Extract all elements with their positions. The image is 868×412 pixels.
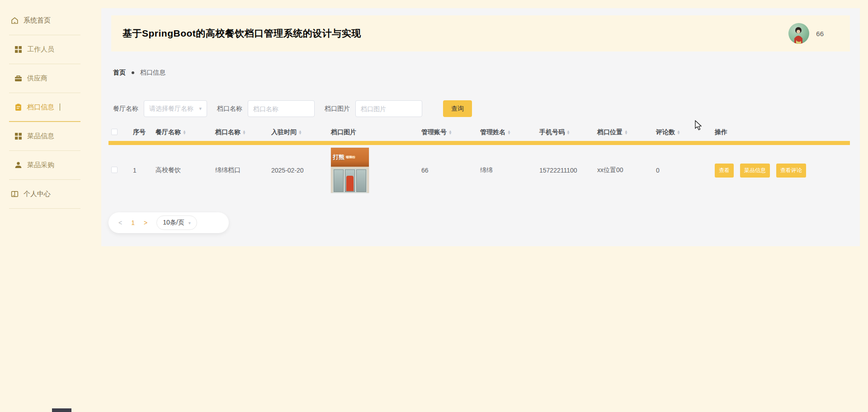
query-button[interactable]: 查询 [443, 100, 472, 117]
page-size-select[interactable]: 10条/页 ▾ [156, 215, 197, 230]
sort-icon[interactable]: ▲▼ [183, 130, 186, 135]
sidebar-item-label: 供应商 [27, 74, 47, 83]
storefront-sign-sub: 螺蛳粉 [346, 155, 355, 159]
col-restaurant: 餐厅名称 [156, 128, 181, 136]
table-header-accent-bar [108, 141, 850, 145]
panel-icon [11, 190, 19, 198]
page-title: 基于SpringBoot的高校餐饮档口管理系统的设计与实现 [111, 27, 361, 40]
breadcrumb-home[interactable]: 首页 [113, 69, 126, 77]
stall-image-label: 档口图片 [325, 105, 350, 113]
view-button[interactable]: 查看 [715, 164, 734, 178]
stall-name-input[interactable] [253, 105, 309, 112]
sidebar-item-label: 菜品采购 [27, 161, 54, 169]
sort-icon[interactable]: ▲▼ [448, 130, 452, 135]
table-header-row: 序号 餐厅名称▲▼ 档口名称▲▼ 入驻时间▲▼ 档口图片 管理账号▲▼ 管理姓名… [101, 126, 860, 139]
filter-bar: 餐厅名称 请选择餐厅名称 ▾ 档口名称 档口图片 查询 [113, 100, 472, 117]
sidebar-item-label: 菜品信息 [27, 132, 54, 140]
page-number[interactable]: 1 [131, 219, 135, 226]
sidebar-item-label: 工作人员 [27, 45, 54, 54]
view-comments-button[interactable]: 查看评论 [776, 164, 806, 178]
page-size-value: 10条/页 [163, 219, 184, 227]
stall-name-label: 档口名称 [217, 105, 242, 113]
prev-page-button[interactable]: < [118, 219, 122, 226]
col-image: 档口图片 [331, 128, 356, 136]
chevron-down-icon: ▾ [199, 106, 202, 112]
stall-image-input[interactable] [361, 105, 417, 112]
taskbar-remnant [52, 408, 71, 412]
text-cursor [60, 103, 60, 111]
table-row: 1 高校餐饮 绵绵档口 2025-02-20 打熊 螺蛳粉 66 绵绵 1572 [101, 145, 860, 196]
col-stall: 档口名称 [215, 128, 241, 136]
cell-manager: 绵绵 [480, 166, 539, 174]
sidebar-item-supplier[interactable]: 供应商 [9, 64, 80, 93]
cell-seq: 1 [133, 167, 156, 174]
cell-comments: 0 [656, 167, 715, 174]
col-manager: 管理姓名 [480, 128, 505, 136]
col-phone: 手机号码 [539, 128, 565, 136]
stall-image-field [355, 100, 422, 117]
restaurant-name-select-placeholder: 请选择餐厅名称 [149, 105, 193, 113]
breadcrumb-separator-dot [132, 71, 134, 74]
sidebar-item-label: 个人中心 [24, 190, 51, 198]
breadcrumb: 首页 档口信息 [113, 69, 165, 77]
cell-location: xx位置00 [597, 166, 656, 174]
col-location: 档口位置 [597, 128, 623, 136]
username: 66 [816, 30, 824, 37]
pagination: < 1 > 10条/页 ▾ [108, 212, 229, 233]
cell-date: 2025-02-20 [271, 167, 331, 174]
sort-icon[interactable]: ▲▼ [242, 130, 246, 135]
sidebar-item-label: 档口信息 [27, 103, 54, 112]
sidebar-item-staff[interactable]: 工作人员 [9, 35, 80, 64]
col-actions: 操作 [715, 128, 727, 136]
cell-account: 66 [421, 167, 480, 174]
stall-name-field [248, 100, 315, 117]
row-checkbox[interactable] [111, 167, 118, 173]
avatar[interactable] [788, 23, 809, 44]
home-icon [11, 17, 19, 24]
mouse-cursor [695, 120, 703, 131]
cell-restaurant: 高校餐饮 [156, 166, 215, 174]
sidebar-item-personal-center[interactable]: 个人中心 [9, 180, 80, 209]
restaurant-name-label: 餐厅名称 [113, 105, 138, 113]
briefcase-icon [14, 75, 22, 82]
clipboard-icon [14, 103, 22, 111]
user-icon [14, 161, 22, 169]
sort-icon[interactable]: ▲▼ [677, 130, 680, 135]
select-all-checkbox[interactable] [111, 129, 118, 135]
breadcrumb-current: 档口信息 [140, 69, 165, 77]
sort-icon[interactable]: ▲▼ [507, 130, 511, 135]
sidebar: 系统首页 工作人员 供应商 档口信息 菜品信息 菜品采购 个人中心 [0, 0, 89, 412]
sidebar-item-stall-info[interactable]: 档口信息 [9, 93, 80, 122]
grid-icon [14, 132, 22, 140]
storefront-sign-main: 打熊 [333, 153, 344, 161]
cell-phone: 15722211100 [539, 167, 597, 174]
chevron-down-icon: ▾ [189, 220, 191, 225]
col-seq: 序号 [133, 128, 146, 136]
user-box: 66 [788, 15, 824, 52]
next-page-button[interactable]: > [144, 219, 147, 226]
col-comments: 评论数 [656, 128, 675, 136]
grid-icon [14, 46, 22, 53]
sidebar-item-label: 系统首页 [24, 16, 51, 25]
sidebar-item-dish-info[interactable]: 菜品信息 [9, 122, 80, 151]
col-account: 管理账号 [421, 128, 447, 136]
sidebar-item-dish-purchase[interactable]: 菜品采购 [9, 151, 80, 180]
sort-icon[interactable]: ▲▼ [624, 130, 628, 135]
col-date: 入驻时间 [271, 128, 297, 136]
restaurant-name-select[interactable]: 请选择餐厅名称 ▾ [144, 100, 207, 117]
storefront-figure [346, 176, 354, 191]
dish-info-button[interactable]: 菜品信息 [740, 164, 770, 178]
sort-icon[interactable]: ▲▼ [298, 130, 302, 135]
stall-photo[interactable]: 打熊 螺蛳粉 [331, 148, 369, 193]
stall-table: 序号 餐厅名称▲▼ 档口名称▲▼ 入驻时间▲▼ 档口图片 管理账号▲▼ 管理姓名… [101, 126, 860, 196]
cell-stall: 绵绵档口 [215, 166, 271, 174]
sidebar-item-system-home[interactable]: 系统首页 [9, 6, 80, 35]
main-content: 基于SpringBoot的高校餐饮档口管理系统的设计与实现 66 首页 档口信息… [101, 8, 860, 246]
header-bar: 基于SpringBoot的高校餐饮档口管理系统的设计与实现 66 [111, 15, 850, 52]
sort-icon[interactable]: ▲▼ [566, 130, 570, 135]
storefront-awning: 打熊 螺蛳粉 [331, 148, 369, 167]
